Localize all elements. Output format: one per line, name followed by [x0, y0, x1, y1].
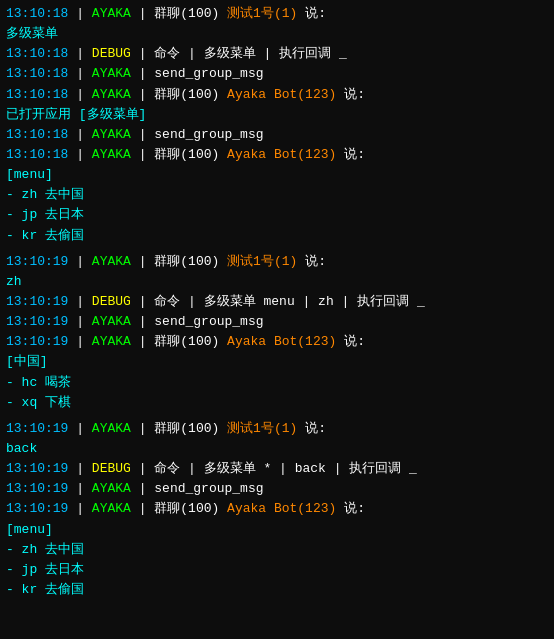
log-part: 说:: [336, 145, 365, 165]
log-part: AYAKA: [92, 332, 131, 352]
plain-line: - kr 去偷国: [6, 580, 548, 600]
log-part: Ayaka Bot(123): [227, 332, 336, 352]
log-part: |: [68, 44, 91, 64]
plain-line: [中国]: [6, 352, 548, 372]
log-part: |: [131, 145, 154, 165]
log-part: |: [68, 312, 91, 332]
log-part: |: [68, 252, 91, 272]
log-part: 13:10:18: [6, 145, 68, 165]
log-part: |: [68, 85, 91, 105]
log-part: DEBUG: [92, 459, 131, 479]
log-part: AYAKA: [92, 125, 131, 145]
log-part: |: [131, 332, 154, 352]
plain-line: zh: [6, 272, 548, 292]
log-part: |: [131, 419, 154, 439]
plain-line: 已打开应用 [多级菜单]: [6, 105, 548, 125]
log-part: 13:10:19: [6, 332, 68, 352]
log-part: 群聊(100): [154, 499, 227, 519]
log-part: 命令 | 多级菜单 | 执行回调 _: [154, 44, 346, 64]
log-part: AYAKA: [92, 312, 131, 332]
log-part: send_group_msg: [154, 125, 263, 145]
log-part: |: [68, 4, 91, 24]
log-part: AYAKA: [92, 85, 131, 105]
log-part: |: [131, 459, 154, 479]
log-part: |: [68, 292, 91, 312]
log-part: 群聊(100): [154, 145, 227, 165]
log-part: 说:: [336, 499, 365, 519]
log-part: 群聊(100): [154, 419, 227, 439]
log-part: Ayaka Bot(123): [227, 85, 336, 105]
log-part: 群聊(100): [154, 252, 227, 272]
log-part: 13:10:18: [6, 125, 68, 145]
log-part: 13:10:19: [6, 252, 68, 272]
log-part: 说:: [297, 419, 326, 439]
log-part: DEBUG: [92, 44, 131, 64]
log-part: |: [68, 64, 91, 84]
log-part: send_group_msg: [154, 312, 263, 332]
log-part: 说:: [336, 85, 365, 105]
log-line: 13:10:18 | AYAKA | 群聊(100) Ayaka Bot(123…: [6, 145, 548, 165]
plain-line: - jp 去日本: [6, 205, 548, 225]
log-part: |: [68, 332, 91, 352]
log-part: send_group_msg: [154, 479, 263, 499]
log-part: Ayaka Bot(123): [227, 145, 336, 165]
log-part: |: [131, 64, 154, 84]
log-line: 13:10:18 | AYAKA | 群聊(100) 测试1号(1) 说:: [6, 4, 548, 24]
log-part: |: [68, 499, 91, 519]
log-part: 13:10:19: [6, 292, 68, 312]
log-part: 13:10:18: [6, 64, 68, 84]
log-part: send_group_msg: [154, 64, 263, 84]
log-line: 13:10:19 | AYAKA | 群聊(100) 测试1号(1) 说:: [6, 419, 548, 439]
log-line: 13:10:19 | DEBUG | 命令 | 多级菜单 * | back | …: [6, 459, 548, 479]
log-part: AYAKA: [92, 419, 131, 439]
log-part: |: [68, 459, 91, 479]
plain-line: - zh 去中国: [6, 185, 548, 205]
log-part: |: [131, 252, 154, 272]
plain-line: - xq 下棋: [6, 393, 548, 413]
plain-line: - hc 喝茶: [6, 373, 548, 393]
log-part: 13:10:18: [6, 85, 68, 105]
log-part: |: [68, 479, 91, 499]
log-part: 命令 | 多级菜单 * | back | 执行回调 _: [154, 459, 417, 479]
log-part: 13:10:19: [6, 499, 68, 519]
log-part: 13:10:19: [6, 312, 68, 332]
log-part: DEBUG: [92, 292, 131, 312]
log-line: 13:10:19 | AYAKA | 群聊(100) Ayaka Bot(123…: [6, 332, 548, 352]
log-part: |: [68, 145, 91, 165]
log-part: 说:: [297, 4, 326, 24]
log-part: AYAKA: [92, 499, 131, 519]
plain-line: 多级菜单: [6, 24, 548, 44]
log-part: 13:10:19: [6, 479, 68, 499]
log-line: 13:10:19 | AYAKA | send_group_msg: [6, 479, 548, 499]
plain-line: - zh 去中国: [6, 540, 548, 560]
log-part: 说:: [336, 332, 365, 352]
log-line: 13:10:19 | AYAKA | 群聊(100) 测试1号(1) 说:: [6, 252, 548, 272]
log-part: 测试1号(1): [227, 252, 297, 272]
log-part: 13:10:19: [6, 459, 68, 479]
log-part: AYAKA: [92, 479, 131, 499]
log-part: 13:10:18: [6, 4, 68, 24]
log-line: 13:10:18 | AYAKA | send_group_msg: [6, 125, 548, 145]
log-part: |: [131, 499, 154, 519]
plain-line: - kr 去偷国: [6, 226, 548, 246]
log-part: AYAKA: [92, 252, 131, 272]
log-part: |: [131, 125, 154, 145]
log-part: 群聊(100): [154, 85, 227, 105]
log-part: |: [131, 312, 154, 332]
log-line: 13:10:18 | DEBUG | 命令 | 多级菜单 | 执行回调 _: [6, 44, 548, 64]
plain-line: back: [6, 439, 548, 459]
plain-line: [menu]: [6, 520, 548, 540]
log-part: 群聊(100): [154, 4, 227, 24]
log-part: 说:: [297, 252, 326, 272]
log-part: |: [68, 419, 91, 439]
log-part: 命令 | 多级菜单 menu | zh | 执行回调 _: [154, 292, 424, 312]
log-line: 13:10:19 | DEBUG | 命令 | 多级菜单 menu | zh |…: [6, 292, 548, 312]
log-part: 测试1号(1): [227, 419, 297, 439]
log-line: 13:10:19 | AYAKA | 群聊(100) Ayaka Bot(123…: [6, 499, 548, 519]
log-part: |: [131, 44, 154, 64]
log-part: AYAKA: [92, 4, 131, 24]
log-part: |: [131, 292, 154, 312]
log-part: Ayaka Bot(123): [227, 499, 336, 519]
log-part: |: [131, 85, 154, 105]
log-part: |: [131, 4, 154, 24]
